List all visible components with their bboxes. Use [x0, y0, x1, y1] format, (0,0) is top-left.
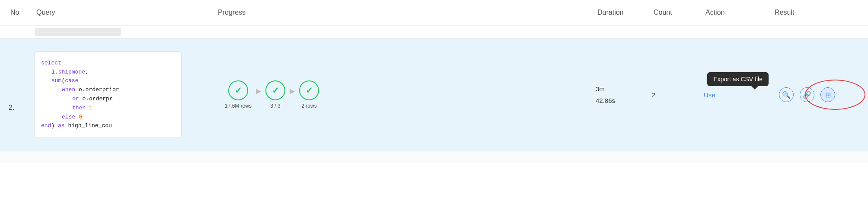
row-number: 2. [9, 78, 35, 112]
col-action: Action [704, 5, 773, 20]
step-label-2: 3 / 3 [270, 103, 280, 109]
col-progress: Progress [216, 5, 596, 20]
check-icon-1: ✓ [235, 86, 242, 95]
code-line-7: else 0 [41, 113, 175, 122]
code-line-4: when o.orderprior [41, 86, 175, 95]
check-circle-1: ✓ [228, 80, 248, 100]
grid-icon: ⊞ [825, 91, 831, 99]
search-button[interactable]: 🔍 [779, 87, 794, 102]
col-query: Query [35, 5, 216, 20]
progress-col: ✓ 17.6M rows ▶ ✓ 3 / 3 ▶ ✓ 2 rows [216, 80, 596, 109]
code-line-5: or o.orderpr [41, 95, 175, 104]
col-result: Result [773, 5, 859, 20]
query-code[interactable]: select l.shipmode, sum(case when o.order… [35, 51, 182, 138]
partial-row-bottom [0, 151, 868, 163]
link-button[interactable]: 🔗 [800, 87, 814, 102]
duration-col: 3m 42.86s [596, 83, 652, 106]
table-header: No Query Progress Duration Count Action … [0, 0, 868, 26]
use-link[interactable]: Use [704, 91, 715, 99]
duration-seconds: 42.86s [596, 95, 652, 106]
progress-step-1: ✓ 17.6M rows [225, 80, 252, 109]
code-line-2: l.shipmode, [41, 68, 175, 77]
code-line-8: end) as high_line_cou [41, 122, 175, 131]
count-col: 2 [652, 91, 704, 99]
partial-placeholder [35, 28, 121, 36]
code-line-6: then 1 [41, 104, 175, 113]
check-icon-3: ✓ [306, 86, 313, 95]
action-col: Use [704, 91, 773, 99]
search-icon: 🔍 [782, 91, 791, 99]
duration-minutes: 3m [596, 83, 652, 95]
arrow-icon-1: ▶ [256, 87, 261, 95]
col-count: Count [652, 5, 704, 20]
partial-row-top [0, 26, 868, 38]
code-line-1: select [41, 59, 175, 68]
check-circle-3: ✓ [299, 80, 319, 100]
export-csv-tooltip: Export as CSV file [707, 72, 769, 86]
progress-step-3: ✓ 2 rows [299, 80, 319, 109]
link-icon: 🔗 [803, 91, 811, 99]
col-no: No [9, 5, 35, 20]
progress-step-2: ✓ 3 / 3 [265, 80, 285, 109]
check-circle-2: ✓ [265, 80, 285, 100]
result-col: Export as CSV file 🔍 🔗 ⊞ [773, 87, 859, 102]
check-icon-2: ✓ [272, 86, 279, 95]
query-table: No Query Progress Duration Count Action … [0, 0, 868, 163]
col-duration: Duration [596, 5, 652, 20]
step-label-3: 2 rows [301, 103, 316, 109]
step-label-1: 17.6M rows [225, 103, 252, 109]
arrow-icon-2: ▶ [290, 87, 295, 95]
code-line-3: sum(case [41, 77, 175, 86]
grid-button[interactable]: ⊞ [820, 87, 835, 102]
table-row: 2. select l.shipmode, sum(case when o.or… [0, 38, 868, 151]
